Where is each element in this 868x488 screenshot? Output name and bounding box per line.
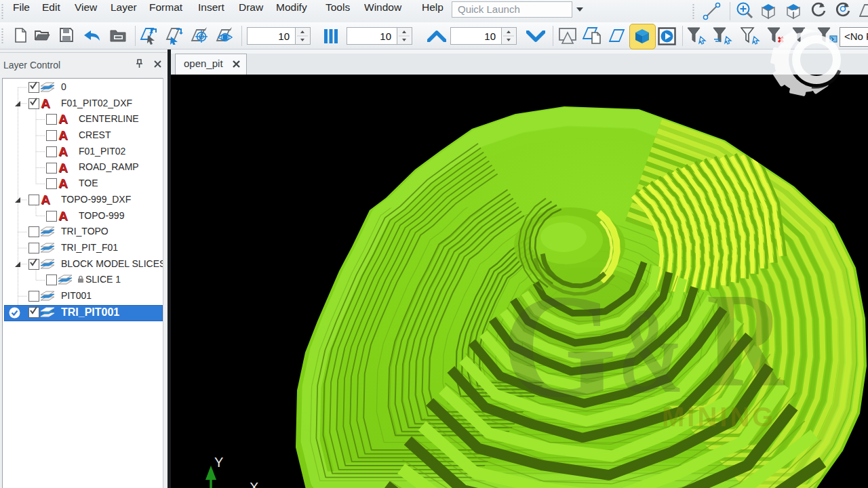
svg-text:MINING: MINING [662,402,776,432]
svg-text:&: & [618,283,684,418]
svg-text:G: G [502,264,617,428]
svg-text:Y: Y [214,455,223,470]
svg-text:R: R [707,264,785,414]
svg-text:X: X [250,480,258,488]
